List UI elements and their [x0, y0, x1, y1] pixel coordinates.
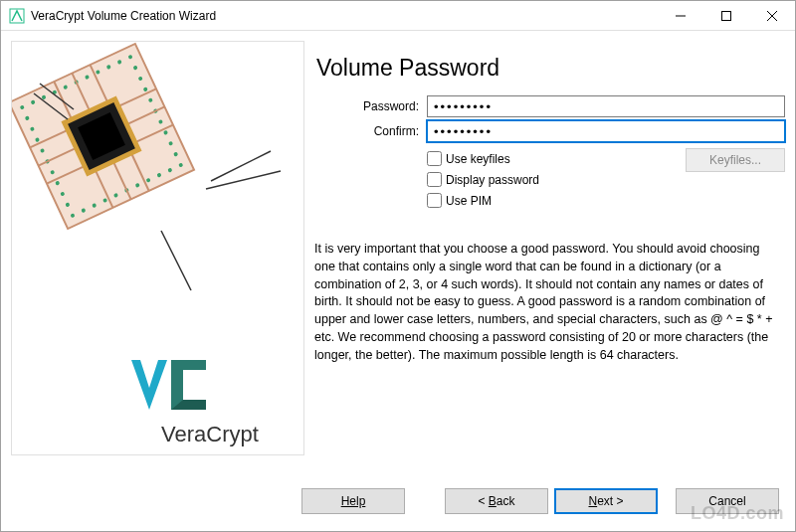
confirm-input[interactable] — [427, 120, 785, 142]
use-pim-checkbox[interactable] — [427, 193, 442, 208]
display-password-label: Display password — [446, 173, 539, 187]
wizard-footer: Help < Back Next > Cancel — [1, 471, 795, 531]
main-panel: Volume Password Password: Confirm: Use k… — [314, 41, 785, 471]
help-button[interactable]: Help — [301, 488, 405, 514]
svg-rect-2 — [722, 11, 731, 20]
password-input[interactable] — [427, 95, 785, 117]
use-keyfiles-label: Use keyfiles — [446, 152, 510, 166]
password-label: Password: — [314, 99, 427, 113]
cancel-button[interactable]: Cancel — [676, 488, 779, 514]
next-button[interactable]: Next > — [554, 488, 658, 514]
options-group: Use keyfiles Display password Use PIM Ke… — [427, 148, 785, 211]
confirm-row: Confirm: — [314, 120, 785, 142]
maximize-button[interactable] — [703, 1, 749, 31]
display-password-checkbox[interactable] — [427, 172, 442, 187]
sidebar-brand-text: VeraCrypt — [161, 422, 259, 446]
back-button[interactable]: < Back — [445, 488, 548, 514]
close-button[interactable] — [749, 1, 795, 31]
wizard-window: VeraCrypt Volume Creation Wizard — [0, 0, 796, 532]
use-pim-label: Use PIM — [446, 194, 492, 208]
password-row: Password: — [314, 95, 785, 117]
wizard-sidebar-image: VeraCrypt — [11, 41, 304, 455]
app-icon — [9, 8, 25, 24]
keyfiles-button: Keyfiles... — [686, 148, 785, 172]
minimize-button[interactable] — [658, 1, 703, 31]
titlebar: VeraCrypt Volume Creation Wizard — [1, 1, 795, 31]
password-guidance-text: It is very important that you choose a g… — [314, 241, 785, 364]
confirm-label: Confirm: — [314, 124, 427, 138]
content-area: VeraCrypt Volume Password Password: Conf… — [1, 31, 795, 471]
window-title: VeraCrypt Volume Creation Wizard — [31, 9, 216, 23]
page-title: Volume Password — [316, 55, 785, 82]
use-keyfiles-checkbox[interactable] — [427, 151, 442, 166]
